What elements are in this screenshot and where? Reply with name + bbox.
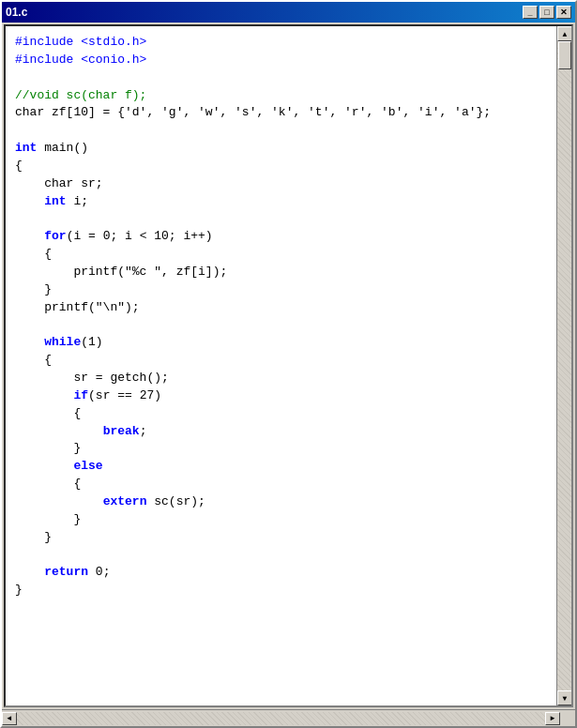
code-line: while(1): [15, 334, 547, 352]
code-line: }: [15, 529, 547, 547]
scroll-right-button[interactable]: ►: [545, 712, 560, 725]
code-line: char sr;: [15, 175, 547, 193]
scroll-down-button[interactable]: ▼: [557, 690, 572, 705]
code-line: printf("\n");: [15, 299, 547, 317]
window-title: 01.c: [6, 6, 27, 19]
code-line: int i;: [15, 193, 547, 211]
vertical-scrollbar[interactable]: ▲ ▼: [556, 26, 571, 705]
code-line: extern sc(sr);: [15, 493, 547, 511]
code-line: [15, 317, 547, 335]
code-editor[interactable]: #include <stdio.h>#include <conio.h> //v…: [6, 26, 556, 705]
code-line: return 0;: [15, 564, 547, 582]
title-controls: _ □ ✕: [523, 6, 571, 19]
scroll-up-button[interactable]: ▲: [557, 26, 572, 41]
scroll-track-h[interactable]: [17, 712, 545, 725]
code-line: }: [15, 511, 547, 529]
code-line: #include <conio.h>: [15, 52, 547, 69]
code-line: {: [15, 352, 547, 370]
code-line: }: [15, 281, 547, 299]
close-button[interactable]: ✕: [556, 6, 571, 19]
code-line: [15, 546, 547, 564]
code-line: printf("%c ", zf[i]);: [15, 264, 547, 281]
code-line: int main(): [15, 140, 547, 158]
code-line: sr = getch();: [15, 370, 547, 387]
code-line: for(i = 0; i < 10; i++): [15, 228, 547, 246]
bottom-bar: ◄ ►: [2, 709, 575, 726]
content-area: #include <stdio.h>#include <conio.h> //v…: [4, 24, 573, 707]
maximize-button[interactable]: □: [539, 6, 554, 19]
scroll-track-v[interactable]: [557, 41, 571, 690]
minimize-button[interactable]: _: [523, 6, 538, 19]
code-line: //void sc(char f);: [15, 87, 547, 105]
code-line: if(sr == 27): [15, 387, 547, 405]
code-line: }: [15, 582, 547, 599]
code-line: #include <stdio.h>: [15, 34, 547, 52]
code-line: {: [15, 405, 547, 423]
scrollbar-corner: [560, 711, 575, 726]
code-line: {: [15, 246, 547, 264]
main-window: 01.c _ □ ✕ #include <stdio.h>#include <c…: [0, 0, 577, 728]
code-line: {: [15, 158, 547, 175]
code-line: else: [15, 458, 547, 476]
code-line: }: [15, 440, 547, 458]
code-line: break;: [15, 423, 547, 441]
scroll-thumb-v[interactable]: [558, 41, 571, 69]
title-bar: 01.c _ □ ✕: [2, 2, 575, 23]
code-line: [15, 69, 547, 87]
scroll-left-button[interactable]: ◄: [2, 712, 17, 725]
code-line: {: [15, 476, 547, 493]
code-line: char zf[10] = {'d', 'g', 'w', 's', 'k', …: [15, 104, 547, 122]
code-line: [15, 210, 547, 228]
code-line: [15, 122, 547, 140]
